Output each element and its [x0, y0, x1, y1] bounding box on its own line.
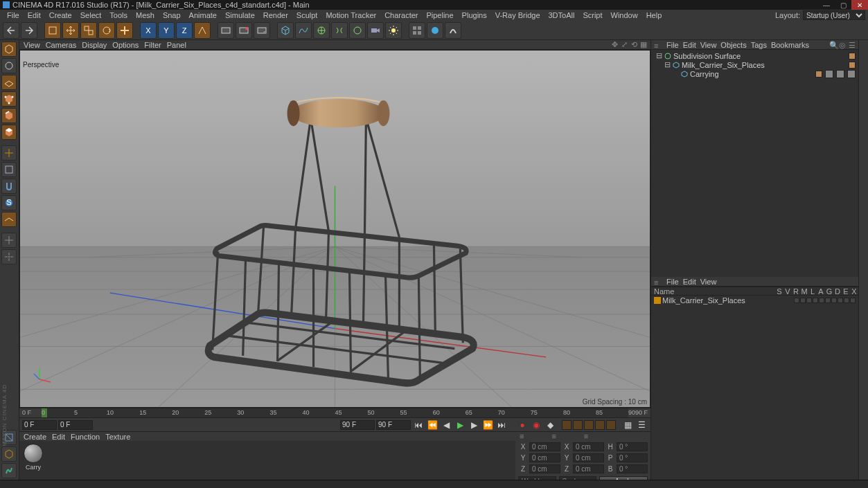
content-browser[interactable] [409, 22, 425, 39]
coord-value-input[interactable]: 0 cm [529, 464, 560, 473]
vp-nav-rotate-icon[interactable]: ⟲ [630, 41, 638, 49]
vp-menu-panel[interactable]: Panel [167, 41, 186, 49]
scale-tool[interactable] [80, 22, 97, 39]
vp-nav-layout-icon[interactable]: ▦ [639, 41, 648, 49]
object-row[interactable]: ⊟Milk_Carrier_Six_Places [654, 60, 856, 69]
key-pos-toggle[interactable] [562, 420, 572, 430]
object-name[interactable]: Milk_Carrier_Six_Places [682, 61, 847, 69]
model-mode[interactable] [1, 42, 17, 57]
x-axis-lock[interactable]: X [140, 22, 157, 39]
z-axis-lock[interactable]: Z [176, 22, 193, 39]
menu-vray[interactable]: V-Ray Bridge [493, 11, 543, 19]
obj-menu-view[interactable]: View [700, 41, 717, 49]
object-name[interactable]: Carrying [690, 70, 814, 78]
attr-menu-edit[interactable]: Edit [683, 278, 696, 286]
object-tree-empty[interactable] [651, 84, 858, 277]
coord-tab-rot[interactable]: ≡ [584, 432, 588, 440]
undo-button[interactable] [3, 22, 19, 39]
expand-toggle[interactable]: ⊟ [664, 60, 671, 69]
frame-start-input[interactable] [22, 420, 57, 430]
menu-snap[interactable]: Snap [160, 11, 184, 19]
menu-motion-tracker[interactable]: Motion Tracker [323, 11, 379, 19]
coord-value-input[interactable]: 0 ° [617, 464, 648, 473]
attr-col-g[interactable]: G [825, 287, 833, 295]
make-editable[interactable] [1, 446, 17, 462]
attr-dot[interactable] [806, 298, 812, 303]
obj-menu-bookmarks[interactable]: Bookmarks [771, 41, 809, 49]
close-button[interactable]: ✕ [851, 0, 868, 10]
object-tree[interactable]: ⊟Subdivision Surface⊟Milk_Carrier_Six_Pl… [651, 50, 858, 84]
attr-col-m[interactable]: M [800, 287, 808, 295]
attr-dot[interactable] [819, 298, 824, 303]
frame-end-input[interactable] [376, 420, 411, 430]
enable-axis[interactable] [1, 145, 17, 161]
workplane-mode[interactable] [1, 75, 17, 90]
coord-value-input[interactable]: 0 cm [573, 442, 604, 451]
locked-workplane[interactable]: S [1, 195, 17, 210]
attr-dot[interactable] [825, 298, 831, 303]
material-name[interactable]: Carry [26, 464, 41, 471]
key-options-button[interactable]: ▦ [621, 419, 634, 431]
snap-toggle[interactable] [1, 179, 17, 194]
add-spline[interactable] [295, 22, 312, 39]
vp-menu-view[interactable]: View [24, 41, 40, 49]
obj-eye-icon[interactable]: ◎ [839, 41, 847, 49]
menu-create[interactable]: Create [46, 11, 75, 19]
add-light[interactable] [385, 22, 402, 39]
plugin-1[interactable] [427, 22, 443, 39]
timeline-scale[interactable]: 051015202530354045505560657075808590 [42, 408, 628, 417]
coord-tab-pos[interactable]: ≡ [520, 432, 524, 440]
timeline-options-button[interactable]: ☰ [635, 419, 648, 431]
menu-simulate[interactable]: Simulate [222, 11, 258, 19]
menu-window[interactable]: Window [608, 11, 641, 19]
menu-character[interactable]: Character [382, 11, 420, 19]
attr-dot[interactable] [831, 298, 837, 303]
attr-dot[interactable] [850, 298, 856, 303]
object-tag[interactable] [847, 70, 856, 78]
object-tag[interactable] [825, 70, 833, 78]
plugin-2[interactable] [445, 22, 461, 39]
mat-menu-edit[interactable]: Edit [52, 433, 65, 441]
coord-value-input[interactable]: 0 cm [529, 453, 560, 462]
last-tool[interactable] [116, 22, 133, 39]
redo-button[interactable] [21, 22, 37, 39]
menu-edit[interactable]: Edit [25, 11, 44, 19]
menu-sculpt[interactable]: Sculpt [294, 11, 321, 19]
prev-frame-button[interactable]: ◀ [440, 419, 452, 431]
attr-object-name[interactable]: Milk_Carrier_Six_Places [662, 296, 745, 305]
attr-col-a[interactable]: A [817, 287, 825, 295]
object-row[interactable]: ⊟Subdivision Surface [654, 51, 856, 60]
keyframe-sel-button[interactable]: ◆ [544, 419, 556, 431]
attr-col-s[interactable]: S [775, 287, 783, 295]
attr-dot[interactable] [838, 298, 843, 303]
menu-plugins[interactable]: Plugins [459, 11, 490, 19]
rotate-tool[interactable] [98, 22, 115, 39]
timeline[interactable]: 0 F 051015202530354045505560657075808590… [19, 408, 650, 417]
render-picture-viewer[interactable] [236, 22, 252, 39]
edge-mode[interactable] [1, 108, 17, 123]
workplane-tool[interactable] [1, 212, 17, 227]
select-tool[interactable] [44, 22, 61, 39]
normal-move[interactable] [1, 249, 17, 264]
coord-value-input[interactable]: 0 ° [617, 453, 648, 462]
coord-system[interactable] [194, 22, 211, 39]
key-pla-toggle[interactable] [606, 420, 616, 430]
obj-menu-file[interactable]: File [666, 41, 679, 49]
mat-menu-texture[interactable]: Texture [105, 433, 130, 441]
vp-menu-filter[interactable]: Filter [144, 41, 161, 49]
visibility-dot[interactable] [815, 71, 822, 78]
attr-dot[interactable] [800, 298, 806, 303]
burger-icon[interactable]: ≡ [654, 42, 661, 48]
burger-icon[interactable]: ≡ [654, 278, 661, 285]
key-rot-toggle[interactable] [584, 420, 594, 430]
vp-nav-pan-icon[interactable]: ✥ [610, 41, 619, 49]
render-settings[interactable] [254, 22, 270, 39]
coord-value-input[interactable]: 0 cm [573, 464, 604, 473]
obj-search-icon[interactable]: 🔍 [829, 41, 838, 49]
key-scale-toggle[interactable] [573, 420, 583, 430]
coord-tab-size[interactable]: ≡ [551, 432, 556, 440]
mat-menu-create[interactable]: Create [24, 433, 46, 441]
obj-filter-icon[interactable]: ☰ [849, 41, 857, 49]
maximize-button[interactable]: ▢ [835, 0, 851, 10]
attr-row[interactable]: Milk_Carrier_Six_Places [651, 296, 858, 305]
